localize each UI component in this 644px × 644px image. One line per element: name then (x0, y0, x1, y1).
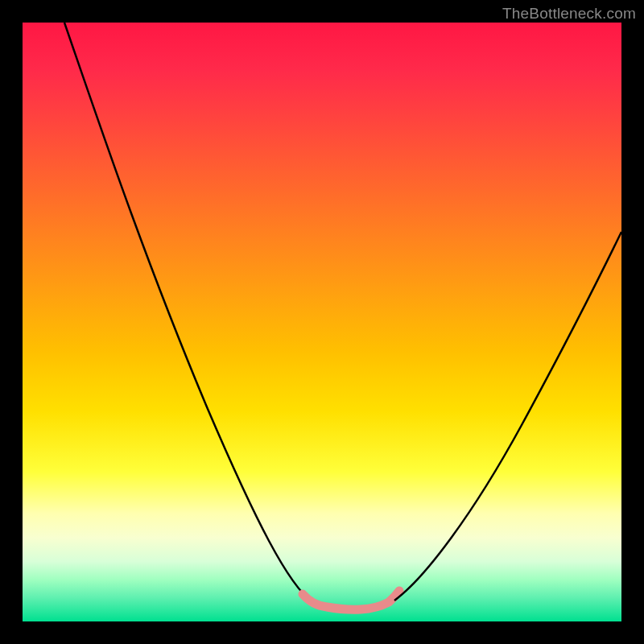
plot-area (23, 23, 621, 621)
bottleneck-gradient (23, 23, 621, 621)
watermark-text: TheBottleneck.com (502, 5, 636, 23)
chart-frame: TheBottleneck.com (0, 0, 644, 644)
